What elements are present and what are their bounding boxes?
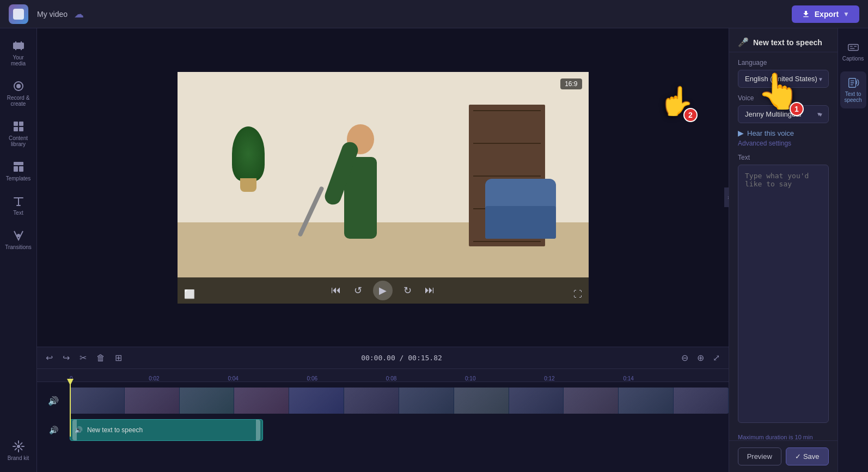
language-section: Language English (United States)	[729, 52, 838, 94]
export-dropdown-arrow: ▼	[843, 10, 849, 18]
zoom-in-button[interactable]: ⊕	[695, 350, 706, 365]
tts-clip-label: New text to speech	[87, 426, 143, 434]
sidebar-item-transitions[interactable]: Transitions	[3, 223, 34, 256]
export-button[interactable]: Export ▼	[792, 5, 859, 23]
tts-panel: 🎤 New text to speech Language English (U…	[729, 28, 838, 472]
video-thumb-8	[454, 388, 509, 414]
tts-icon	[847, 77, 859, 89]
person-area	[333, 119, 388, 239]
ruler-mark-12: 0:12	[544, 376, 554, 382]
sidebar-item-your-media[interactable]: Your media	[3, 34, 34, 72]
zoom-out-button[interactable]: ⊖	[679, 350, 690, 365]
max-duration-label: Maximum duration is 10 min	[729, 434, 838, 440]
video-track: 🔊	[37, 385, 729, 416]
sidebar-item-templates[interactable]: Templates	[3, 155, 34, 187]
expand-button[interactable]: ⛶	[573, 289, 582, 299]
sidebar-label-record: Record & create	[6, 95, 31, 107]
transitions-icon	[12, 229, 25, 242]
tts-label: Text to speech	[843, 91, 863, 103]
ruler-mark-08: 0:08	[386, 376, 396, 382]
tts-header-icon: 🎤	[738, 37, 749, 47]
video-frame: 16:9 ⏮ ↺ ▶ ↻ ⏭ ⬜ ⛶	[178, 72, 589, 304]
video-thumb-12	[674, 388, 729, 414]
sidebar-item-brand-kit[interactable]: Brand kit	[3, 434, 34, 467]
video-track-clip[interactable]	[70, 388, 729, 414]
tts-panel-header: 🎤 New text to speech	[729, 28, 838, 52]
delete-button[interactable]: 🗑	[94, 351, 107, 365]
plant-pot	[240, 178, 256, 192]
video-controls-bar: ⏮ ↺ ▶ ↻ ⏭	[178, 277, 589, 304]
tts-text-section: Text	[729, 154, 838, 429]
save-button[interactable]: ✓ Save	[786, 447, 829, 465]
svg-point-2	[16, 84, 21, 88]
svg-rect-12	[848, 45, 858, 51]
tts-icon-item[interactable]: Text to speech	[840, 71, 866, 108]
forward-button[interactable]: ↻	[401, 282, 414, 299]
play-voice-icon: ▶	[738, 129, 744, 137]
video-preview: 16:9 ⏮ ↺ ▶ ↻ ⏭ ⬜ ⛶ ? ›	[37, 28, 729, 347]
skip-back-button[interactable]: ⏮	[329, 282, 343, 298]
plant-leaves	[232, 126, 265, 181]
captions-icon	[847, 41, 859, 53]
video-thumb-3	[180, 388, 235, 414]
sidebar-item-record-create[interactable]: Record & create	[3, 74, 34, 112]
timeline-area: ↩ ↪ ✂ 🗑 ⊞ 00:00.00 / 00:15.82 ⊖ ⊕ ⤢	[37, 347, 729, 472]
ruler-mark-06: 0:06	[307, 376, 317, 382]
template-icon	[12, 160, 25, 173]
sidebar-label-brand-kit: Brand kit	[8, 455, 29, 461]
top-bar: My video ☁ Export ▼	[0, 0, 868, 28]
svg-point-10	[17, 234, 20, 237]
svg-point-11	[17, 445, 20, 448]
cloud-icon: ☁	[74, 8, 84, 20]
tts-panel-title: New text to speech	[753, 38, 822, 47]
rewind-button[interactable]: ↺	[352, 282, 364, 299]
main-layout: Your media Record & create Content libra…	[0, 28, 868, 472]
voice-select[interactable]: Jenny Multilingual ▼	[738, 105, 829, 123]
track-label-tts: 🔊	[37, 426, 70, 434]
left-sidebar: Your media Record & create Content libra…	[0, 28, 37, 472]
tts-textarea[interactable]	[738, 165, 829, 423]
fit-timeline-button[interactable]: ⤢	[711, 350, 722, 365]
plant	[232, 126, 265, 192]
tts-drag-handle-right[interactable]	[256, 420, 260, 440]
language-select[interactable]: English (United States)	[738, 70, 829, 88]
add-to-timeline-button[interactable]: ⊞	[113, 350, 124, 365]
sidebar-label-content-library: Content library	[6, 135, 31, 147]
text-label: Text	[738, 154, 829, 161]
video-thumb-4	[234, 388, 289, 414]
video-thumb-10	[564, 388, 619, 414]
captions-icon-item[interactable]: Captions	[840, 36, 866, 67]
tts-drag-handle-left[interactable]	[72, 420, 77, 440]
skip-forward-button[interactable]: ⏭	[423, 282, 437, 298]
sidebar-item-content-library[interactable]: Content library	[3, 114, 34, 153]
video-thumb-11	[619, 388, 674, 414]
captions-label: Captions	[842, 56, 864, 62]
cut-button[interactable]: ✂	[77, 350, 89, 365]
tts-track-clip[interactable]: 🔊 New text to speech	[70, 419, 263, 441]
brand-icon	[12, 440, 25, 453]
tts-actions: Preview ✓ Save	[729, 440, 838, 472]
collapse-panel-button[interactable]: ›	[724, 187, 729, 207]
svg-rect-7	[14, 162, 23, 165]
advanced-settings-link[interactable]: Advanced settings	[738, 140, 829, 147]
play-button[interactable]: ▶	[373, 281, 393, 300]
language-label: Language	[738, 59, 829, 66]
ruler-mark-14: 0:14	[623, 376, 633, 382]
timeline-tracks: 🔊	[37, 382, 729, 446]
hear-voice-button[interactable]: ▶ Hear this voice	[738, 129, 794, 137]
time-current: 00:00.00	[361, 354, 395, 362]
redo-button[interactable]: ↪	[60, 350, 72, 365]
video-track-content[interactable]	[70, 388, 729, 414]
svg-rect-0	[13, 43, 24, 49]
sidebar-label-transitions: Transitions	[5, 244, 32, 250]
sidebar-item-text[interactable]: Text	[3, 189, 34, 221]
tts-track-content[interactable]: 🔊 New text to speech	[70, 417, 729, 443]
aspect-ratio-badge: 16:9	[560, 78, 582, 89]
svg-rect-5	[14, 127, 18, 131]
playhead[interactable]	[70, 382, 71, 437]
record-icon	[12, 80, 25, 93]
project-name: My video	[37, 10, 68, 19]
ruler-mark-10: 0:10	[465, 376, 475, 382]
preview-button[interactable]: Preview	[738, 447, 781, 465]
undo-button[interactable]: ↩	[44, 350, 55, 365]
